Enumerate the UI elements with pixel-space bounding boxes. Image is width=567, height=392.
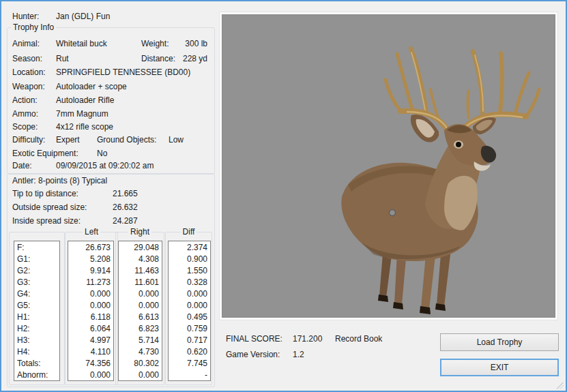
measure-row-labels-list[interactable]: F: G1: G2: G3: G4: G5: H1: H2: H3: H4: T… [14,241,60,381]
scope-value: 4x12 rifle scope [56,122,113,132]
resize-grip[interactable] [557,382,564,389]
weapon-label: Weapon: [12,82,45,91]
animal-label: Animal: [12,39,40,48]
game-version-label: Game Version: [226,350,280,359]
exotic-equipment-label: Exotic Equipment: [12,149,78,158]
location-value: SPRINGFIELD TENNESSEE (BD00) [56,67,190,77]
ground-objects-label: Ground Objects: [97,135,156,145]
hunter-label: Hunter: [12,12,39,21]
animal-value: Whitetail buck [56,39,107,48]
antler-summary: Antler: 8-points (8) Typical [12,176,107,185]
diff-values-list[interactable]: 2.374 0.900 1.550 0.328 0.000 0.000 0.49… [168,241,211,381]
inside-spread-label: Inside spread size: [12,216,81,226]
right-column-header: Right [128,227,151,237]
location-label: Location: [12,67,46,77]
record-book-label: Record Book [335,334,382,344]
weight-value: 300 lb [165,39,207,48]
season-label: Season: [12,54,42,63]
trophy-deer-image [222,14,555,318]
date-label: Date: [12,161,32,170]
ammo-label: Ammo: [12,109,38,119]
scope-label: Scope: [12,122,38,132]
tip-to-tip-label: Tip to tip distance: [12,189,78,198]
ground-objects-value: Low [169,135,184,145]
season-value: Rut [56,54,69,63]
final-score-label: FINAL SCORE: [226,334,282,344]
outside-spread-value: 26.632 [113,202,138,212]
inside-spread-value: 24.287 [113,216,138,226]
trophy-viewer-window: Hunter: Jan (GDL) Fun Trophy Info Animal… [0,0,567,392]
difficulty-value: Expert [56,135,80,145]
left-values-list[interactable]: 26.673 5.208 9.914 11.273 0.000 0.000 6.… [68,241,114,381]
trophy-3d-viewport[interactable] [220,12,557,320]
ammo-value: 7mm Magnum [56,109,108,119]
diff-column-header: Diff [181,227,197,237]
difficulty-label: Difficulty: [12,135,45,145]
action-label: Action: [12,95,38,105]
load-trophy-button[interactable]: Load Trophy [440,333,559,351]
final-score-value: 171.200 [293,334,322,344]
tip-to-tip-value: 21.665 [113,189,138,198]
left-column-header: Left [83,227,100,237]
weapon-value: Autoloader + scope [56,82,127,91]
outside-spread-label: Outside spread size: [12,202,87,212]
hunter-value: Jan (GDL) Fun [56,12,110,21]
right-values-list[interactable]: 29.048 4.308 11.463 11.601 0.000 0.000 6… [118,241,162,381]
trophy-info-title: Trophy Info [11,22,56,32]
game-version-value: 1.2 [293,350,304,359]
exit-button[interactable]: EXIT [440,359,559,376]
action-value: Autoloader Rifle [56,95,114,105]
date-value: 09/09/2015 at 09:20:02 am [56,161,154,170]
exotic-equipment-value: No [97,149,107,158]
distance-value: 228 yd [165,54,207,63]
